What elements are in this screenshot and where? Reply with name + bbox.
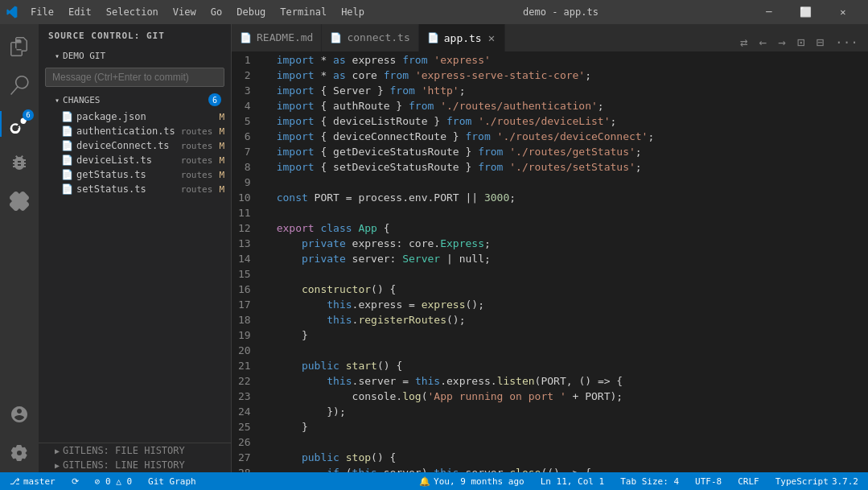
editor-area: 📄 README.md 📄 connect.ts 📄 app.ts ✕ ⇄ ← … xyxy=(232,24,868,472)
code-line: const PORT = process.env.PORT || 3000; xyxy=(270,190,868,205)
source-control-badge: 6 xyxy=(23,109,34,121)
file-detail-deviceconnect: routes xyxy=(181,141,213,151)
changes-label: CHANGES xyxy=(63,95,100,105)
code-line: console.log('App running on port ' + POR… xyxy=(270,389,868,404)
maximize-button[interactable]: ⬜ xyxy=(788,0,825,24)
file-item-auth[interactable]: 📄 authentication.ts routes M xyxy=(39,124,231,138)
side-by-side-icon[interactable]: ⊟ xyxy=(812,33,827,51)
statusbar-left: ⎇ master ⟳ ⊘ 0 △ 0 Git Graph xyxy=(6,476,200,487)
tab-size-text: Tab Size: 4 xyxy=(620,476,679,487)
settings-activity-icon[interactable] xyxy=(0,434,39,472)
gitlens-file-history[interactable]: ▶ GITLENS: FILE HISTORY xyxy=(39,443,231,458)
go-forward-icon[interactable]: → xyxy=(775,33,789,51)
tab-label-connect: connect.ts xyxy=(347,31,409,43)
errors-warnings[interactable]: ⊘ 0 △ 0 xyxy=(92,476,135,487)
git-graph-button[interactable]: Git Graph xyxy=(145,476,200,487)
changes-section-header[interactable]: ▾ CHANGES 6 xyxy=(39,90,231,109)
menu-go[interactable]: Go xyxy=(204,5,228,19)
line-ending-text: CRLF xyxy=(738,476,759,487)
account-activity-icon[interactable] xyxy=(0,395,39,434)
code-line: this.server = this.express.listen(PORT, … xyxy=(270,373,868,389)
debug-activity-icon[interactable] xyxy=(0,143,39,182)
tab-label-app: app.ts xyxy=(444,32,482,44)
cursor-position[interactable]: Ln 11, Col 1 xyxy=(537,476,607,487)
menu-view[interactable]: View xyxy=(167,5,203,19)
more-actions-icon[interactable]: ··· xyxy=(832,33,862,51)
encoding-info[interactable]: UTF-8 xyxy=(692,476,725,487)
menu-help[interactable]: Help xyxy=(335,5,371,19)
tab-app[interactable]: 📄 app.ts ✕ xyxy=(419,24,505,51)
repo-header[interactable]: ▾ DEMO GIT xyxy=(39,47,231,64)
language-info[interactable]: TypeScript 3.7.2 xyxy=(772,476,862,487)
code-line: } xyxy=(270,419,868,434)
split-editor-icon[interactable]: ⇄ xyxy=(737,33,751,51)
file-status-getstatus: M xyxy=(219,170,224,180)
file-item-getstatus[interactable]: 📄 getStatus.ts routes M xyxy=(39,167,231,182)
file-item-devicelist[interactable]: 📄 deviceList.ts routes M xyxy=(39,153,231,167)
file-icon-getstatus: 📄 xyxy=(61,169,73,180)
tab-connect[interactable]: 📄 connect.ts xyxy=(322,24,418,51)
statusbar-right: 🔔 You, 9 months ago Ln 11, Col 1 Tab Siz… xyxy=(416,476,862,487)
tab-size-info[interactable]: Tab Size: 4 xyxy=(617,476,682,487)
tab-close-app[interactable]: ✕ xyxy=(487,31,496,44)
file-icon-package: 📄 xyxy=(61,111,73,122)
close-button[interactable]: ✕ xyxy=(825,0,862,24)
code-line: this.registerRoutes(); xyxy=(270,312,868,327)
changes-label-group: ▾ CHANGES xyxy=(55,95,100,105)
gitlens-line-history[interactable]: ▶ GITLENS: LINE HISTORY xyxy=(39,458,231,472)
file-item-deviceconnect[interactable]: 📄 deviceConnect.ts routes M xyxy=(39,138,231,153)
search-activity-icon[interactable] xyxy=(0,66,39,105)
explorer-activity-icon[interactable] xyxy=(0,27,39,66)
changes-chevron: ▾ xyxy=(55,96,60,105)
code-line: public stop() { xyxy=(270,450,868,465)
line-ending-info[interactable]: CRLF xyxy=(734,476,763,487)
tab-readme[interactable]: 📄 README.md xyxy=(232,24,322,51)
code-line: private express: core.Express; xyxy=(270,236,868,251)
file-status-setstatus: M xyxy=(219,184,224,195)
menu-selection[interactable]: Selection xyxy=(100,5,165,19)
file-icon-setstatus: 📄 xyxy=(61,183,73,195)
file-name-setstatus: setStatus.ts xyxy=(76,183,178,195)
file-status-auth: M xyxy=(219,126,224,137)
app-icon xyxy=(6,6,19,19)
toggle-panel-icon[interactable]: ⊡ xyxy=(794,33,808,51)
menu-file[interactable]: File xyxy=(24,5,60,19)
menu-debug[interactable]: Debug xyxy=(230,5,272,19)
window-title: demo - app.ts xyxy=(523,6,599,18)
file-item-setstatus[interactable]: 📄 setStatus.ts routes M xyxy=(39,182,231,196)
sidebar: SOURCE CONTROL: GIT ▾ DEMO GIT ▾ CHANGES… xyxy=(39,24,232,472)
code-line: }); xyxy=(270,404,868,419)
file-detail-getstatus: routes xyxy=(181,170,213,180)
bell-icon: 🔔 xyxy=(419,476,430,487)
gitlens-line-history-chevron: ▶ xyxy=(55,461,60,470)
commit-message-input[interactable] xyxy=(45,68,224,87)
window-controls: ─ ⬜ ✕ xyxy=(751,0,862,24)
file-icon-deviceconnect: 📄 xyxy=(61,140,73,151)
code-line: export class App { xyxy=(270,220,868,236)
gitlens-file-history-chevron: ▶ xyxy=(55,447,60,455)
activity-bar: 6 xyxy=(0,24,39,472)
commit-input-area xyxy=(45,68,224,87)
code-line: this.express = express(); xyxy=(270,297,868,312)
tab-icon-readme: 📄 xyxy=(240,32,252,43)
line-numbers-column: 1234567891011121314151617181920212223242… xyxy=(232,52,270,472)
file-name-getstatus: getStatus.ts xyxy=(76,169,178,180)
go-back-icon[interactable]: ← xyxy=(756,33,771,51)
menu-terminal[interactable]: Terminal xyxy=(274,5,333,19)
code-line: constructor() { xyxy=(270,282,868,297)
minimize-button[interactable]: ─ xyxy=(751,0,788,24)
source-control-activity-icon[interactable]: 6 xyxy=(0,105,39,143)
sidebar-header: SOURCE CONTROL: GIT xyxy=(39,24,231,47)
language-version: 3.7.2 xyxy=(832,476,858,487)
repo-chevron: ▾ xyxy=(55,51,60,60)
errors-text: ⊘ 0 △ 0 xyxy=(95,476,132,487)
code-line: } xyxy=(270,327,868,343)
file-name-devicelist: deviceList.ts xyxy=(76,154,178,166)
branch-indicator[interactable]: ⎇ master xyxy=(6,476,59,487)
menu-edit[interactable]: Edit xyxy=(62,5,98,19)
extensions-activity-icon[interactable] xyxy=(0,182,39,220)
file-item-package[interactable]: 📄 package.json M xyxy=(39,109,231,124)
sync-button[interactable]: ⟳ xyxy=(68,476,82,487)
code-content[interactable]: import * as express from 'express'import… xyxy=(270,52,868,472)
titlebar-menus: File Edit Selection View Go Debug Termin… xyxy=(24,5,371,19)
